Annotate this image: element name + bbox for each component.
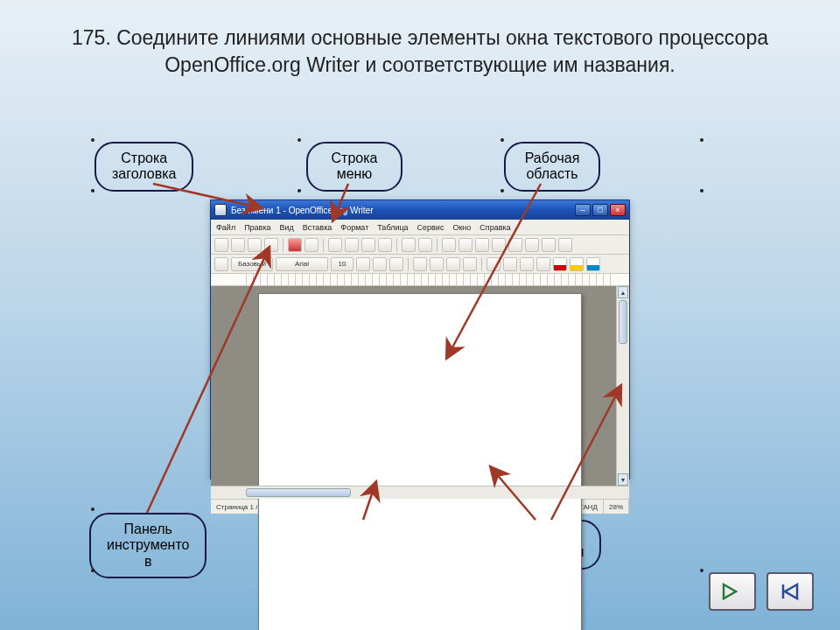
separator bbox=[437, 238, 438, 252]
spellcheck-icon[interactable] bbox=[328, 238, 342, 252]
dot bbox=[91, 569, 94, 572]
print-icon[interactable] bbox=[304, 238, 318, 252]
label-text: заголовка bbox=[112, 166, 176, 182]
align-left-icon[interactable] bbox=[413, 257, 427, 271]
menu-item[interactable]: Правка bbox=[244, 223, 270, 232]
dot bbox=[298, 138, 301, 142]
document-page[interactable] bbox=[258, 293, 582, 630]
bullets-icon[interactable] bbox=[503, 257, 517, 271]
close-button[interactable]: × bbox=[610, 204, 626, 216]
scroll-up-icon[interactable]: ▲ bbox=[618, 286, 628, 298]
table-icon[interactable] bbox=[458, 238, 472, 252]
menu-item[interactable]: Формат bbox=[340, 223, 368, 232]
underline-icon[interactable] bbox=[389, 257, 403, 271]
app-icon bbox=[214, 204, 227, 216]
align-right-icon[interactable] bbox=[446, 257, 460, 271]
label-text: в bbox=[107, 554, 189, 570]
writer-window: Без имени 1 - OpenOffice.org Writer – □ … bbox=[210, 200, 630, 480]
label-text: меню bbox=[324, 166, 385, 182]
navigator-icon[interactable] bbox=[508, 238, 522, 252]
status-zoom: 28% bbox=[604, 500, 629, 514]
align-center-icon[interactable] bbox=[430, 257, 444, 271]
hyperlink-icon[interactable] bbox=[442, 238, 456, 252]
gallery-icon[interactable] bbox=[525, 238, 539, 252]
italic-icon[interactable] bbox=[373, 257, 387, 271]
font-color-icon[interactable] bbox=[553, 257, 567, 271]
label-text: инструменто bbox=[107, 537, 189, 553]
scrollbar-thumb[interactable] bbox=[246, 488, 351, 497]
label-text: область bbox=[522, 166, 583, 182]
window-title: Без имени 1 - OpenOffice.org Writer bbox=[231, 206, 374, 215]
label-title-bar[interactable]: Строка заголовка bbox=[94, 142, 193, 192]
separator bbox=[283, 238, 284, 252]
label-text: Строка bbox=[112, 150, 176, 166]
label-text: Панель bbox=[107, 522, 189, 537]
minimize-button[interactable]: – bbox=[575, 204, 591, 216]
new-icon[interactable] bbox=[214, 238, 228, 252]
dot bbox=[700, 569, 704, 572]
label-toolbar[interactable]: Панель инструменто в bbox=[89, 513, 206, 578]
redo-icon[interactable] bbox=[418, 238, 432, 252]
label-text: Рабочая bbox=[522, 150, 583, 166]
help-icon[interactable] bbox=[558, 238, 572, 252]
menu-item[interactable]: Вставка bbox=[303, 223, 332, 232]
slide-nav bbox=[709, 572, 814, 611]
first-slide-button[interactable] bbox=[766, 572, 814, 611]
horizontal-ruler[interactable] bbox=[211, 274, 629, 286]
decrease-indent-icon[interactable] bbox=[520, 257, 534, 271]
next-slide-button[interactable] bbox=[709, 572, 756, 611]
copy-icon[interactable] bbox=[361, 238, 375, 252]
menu-item[interactable]: Справка bbox=[480, 223, 510, 232]
title-bar: Без имени 1 - OpenOffice.org Writer – □ … bbox=[211, 200, 629, 220]
vertical-scrollbar[interactable]: ▲ ▼ bbox=[616, 286, 629, 486]
menu-item[interactable]: Сервис bbox=[417, 223, 444, 232]
menu-bar[interactable]: Файл Правка Вид Вставка Формат Таблица С… bbox=[211, 220, 629, 235]
pdf-icon[interactable] bbox=[288, 238, 302, 252]
save-icon[interactable] bbox=[248, 238, 262, 252]
menu-item[interactable]: Таблица bbox=[377, 223, 408, 232]
separator bbox=[396, 238, 397, 252]
label-workarea[interactable]: Рабочая область bbox=[504, 142, 600, 192]
menu-item[interactable]: Файл bbox=[216, 223, 235, 232]
dot bbox=[500, 138, 504, 142]
maximize-button[interactable]: □ bbox=[592, 204, 608, 216]
highlight-icon[interactable] bbox=[570, 257, 584, 271]
menu-item[interactable]: Окно bbox=[452, 223, 471, 232]
work-area[interactable]: ▲ ▼ bbox=[211, 286, 629, 486]
bold-icon[interactable] bbox=[356, 257, 370, 271]
chart-icon[interactable] bbox=[475, 238, 489, 252]
separator bbox=[323, 238, 324, 252]
dot bbox=[700, 189, 704, 192]
dot bbox=[700, 138, 704, 142]
cut-icon[interactable] bbox=[345, 238, 359, 252]
style-select[interactable]: Базовый bbox=[231, 257, 273, 271]
horizontal-scrollbar[interactable] bbox=[211, 486, 629, 499]
separator bbox=[408, 257, 409, 271]
dot bbox=[91, 138, 94, 142]
task-heading: 175. Соедините линиями основные элементы… bbox=[52, 24, 788, 79]
scrollbar-thumb[interactable] bbox=[619, 300, 627, 344]
find-icon[interactable] bbox=[492, 238, 506, 252]
size-select[interactable]: 10 bbox=[331, 257, 354, 271]
dot bbox=[298, 189, 301, 192]
label-menu-bar[interactable]: Строка меню bbox=[306, 142, 402, 192]
dot bbox=[500, 189, 504, 192]
dot bbox=[91, 508, 94, 511]
mail-icon[interactable] bbox=[264, 238, 278, 252]
zoom-icon[interactable] bbox=[542, 238, 556, 252]
bg-color-icon[interactable] bbox=[586, 257, 600, 271]
numbering-icon[interactable] bbox=[486, 257, 500, 271]
open-icon[interactable] bbox=[231, 238, 245, 252]
standard-toolbar[interactable] bbox=[211, 235, 629, 255]
label-text: Строка bbox=[324, 150, 385, 166]
undo-icon[interactable] bbox=[402, 238, 416, 252]
scroll-down-icon[interactable]: ▼ bbox=[618, 473, 628, 486]
increase-indent-icon[interactable] bbox=[536, 257, 550, 271]
paste-icon[interactable] bbox=[378, 238, 392, 252]
styles-icon[interactable] bbox=[214, 257, 228, 271]
formatting-toolbar[interactable]: Базовый Arial 10 bbox=[211, 255, 629, 274]
dot bbox=[91, 189, 94, 192]
font-select[interactable]: Arial bbox=[276, 257, 328, 271]
justify-icon[interactable] bbox=[463, 257, 477, 271]
menu-item[interactable]: Вид bbox=[280, 223, 294, 232]
